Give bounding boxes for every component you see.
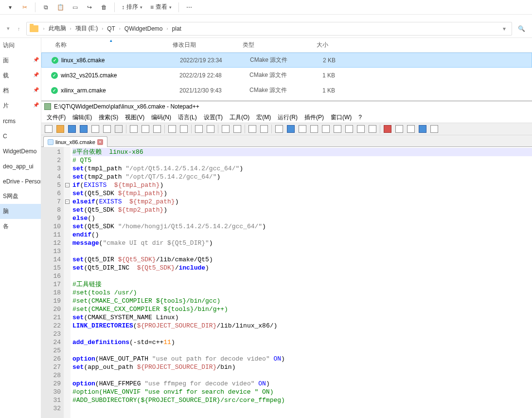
doc-list-icon[interactable] xyxy=(332,124,343,134)
breadcrumb[interactable]: › 此电脑 › 项目 (E:) › QT › QWidgetDemo › pla… xyxy=(26,22,513,36)
zoom-in-icon[interactable] xyxy=(220,124,231,134)
share-icon[interactable]: ↪ xyxy=(83,1,96,14)
delete-icon[interactable]: 🗑 xyxy=(98,1,110,14)
chevron-right-icon[interactable]: › xyxy=(117,26,123,31)
sidebar-item[interactable]: eDrive - Person xyxy=(0,174,41,189)
print-icon[interactable] xyxy=(113,124,124,134)
stop-macro-icon[interactable] xyxy=(394,124,405,134)
file-row[interactable]: ✓linux_x86.cmake2022/2/19 23:34CMake 源文件… xyxy=(41,53,532,68)
sidebar-item[interactable]: 各 xyxy=(0,219,41,234)
sidebar-item[interactable]: S网盘 xyxy=(0,189,41,204)
undo-icon[interactable] xyxy=(167,124,177,134)
copy-icon[interactable] xyxy=(140,124,151,134)
chevron-down-icon[interactable]: ▾ xyxy=(500,25,509,32)
sort-dropdown[interactable]: ↕排序▾ xyxy=(119,1,145,14)
up-arrow-icon[interactable]: ↑ xyxy=(16,26,22,32)
chevron-right-icon[interactable]: › xyxy=(41,26,47,31)
sidebar-item[interactable]: 载📌 xyxy=(0,68,41,83)
sidebar-item[interactable]: rcms xyxy=(0,113,41,128)
sidebar-item[interactable]: deo_app_ui xyxy=(0,159,41,174)
cut-icon[interactable] xyxy=(128,124,139,134)
sidebar-item[interactable]: 访问 xyxy=(0,38,41,53)
col-type[interactable]: 类型 xyxy=(239,41,297,49)
file-row[interactable]: ✓xilinx_arm.cmake2021/12/30 9:43CMake 源文… xyxy=(41,83,532,98)
search-icon[interactable]: 🔍 xyxy=(516,25,527,32)
close-icon[interactable] xyxy=(90,124,101,134)
func-list-icon[interactable] xyxy=(344,124,355,134)
cut-icon[interactable]: ✂ xyxy=(18,1,31,14)
sidebar-item[interactable]: 片📌 xyxy=(0,98,41,113)
menu-item[interactable]: 搜索(S) xyxy=(95,112,122,123)
menu-item[interactable]: 视图(V) xyxy=(122,112,148,123)
menu-item[interactable]: 窗口(W) xyxy=(327,112,355,123)
menu-item[interactable]: 语言(L) xyxy=(175,112,200,123)
close-all-icon[interactable] xyxy=(102,124,112,134)
chevron-right-icon[interactable]: › xyxy=(165,26,170,31)
sidebar-item[interactable]: C xyxy=(0,128,41,144)
sidebar-item[interactable]: 档📌 xyxy=(0,83,41,98)
replace-icon[interactable] xyxy=(205,124,216,134)
menu-item[interactable]: ? xyxy=(355,113,365,122)
play-multi-icon[interactable] xyxy=(417,124,428,134)
more-icon[interactable]: ⋯ xyxy=(183,1,195,14)
col-size[interactable]: 大小 xyxy=(297,41,332,49)
menu-item[interactable]: 宏(M) xyxy=(253,112,274,123)
redo-icon[interactable] xyxy=(178,124,189,134)
editor-tab[interactable]: linux_x86.cmake ✕ xyxy=(43,136,107,147)
new-file-icon[interactable] xyxy=(43,124,54,134)
file-row[interactable]: ✓win32_vs2015.cmake2022/2/19 22:48CMake … xyxy=(41,68,532,83)
paste-icon[interactable] xyxy=(152,124,162,134)
menu-item[interactable]: 编辑(E) xyxy=(69,112,95,123)
fold-toggle-icon[interactable]: − xyxy=(65,183,70,187)
col-name[interactable]: ▴名称 xyxy=(51,41,169,49)
find-icon[interactable] xyxy=(194,124,204,134)
fold-toggle-icon[interactable]: − xyxy=(65,200,70,204)
code-area[interactable]: #平台依赖 linux-x86# QT5set(tmpl_path "/opt/… xyxy=(71,147,532,418)
fold-margin[interactable]: −− xyxy=(64,147,71,418)
save-macro-icon[interactable] xyxy=(429,124,440,134)
menu-item[interactable]: 设置(T) xyxy=(200,112,226,123)
zoom-out-icon[interactable] xyxy=(232,124,243,134)
play-macro-icon[interactable] xyxy=(406,124,416,134)
breadcrumb-seg[interactable]: plat xyxy=(171,25,182,32)
open-file-icon[interactable] xyxy=(55,124,66,134)
breadcrumb-seg[interactable]: QT xyxy=(106,25,116,32)
chevron-right-icon[interactable]: › xyxy=(100,26,105,31)
monitor-icon[interactable] xyxy=(367,124,378,134)
record-macro-icon[interactable] xyxy=(382,124,393,134)
code-editor[interactable]: 1234567891011121314151617181920212223242… xyxy=(41,147,532,418)
doc-map-icon[interactable] xyxy=(320,124,331,134)
menu-item[interactable]: 工具(O) xyxy=(226,112,253,123)
pin-icon: 📌 xyxy=(33,72,39,77)
col-date[interactable]: 修改日期 xyxy=(169,41,239,49)
menu-item[interactable]: 编码(N) xyxy=(148,112,175,123)
breadcrumb-seg[interactable]: 项目 (E:) xyxy=(74,24,99,33)
sync-h-icon[interactable] xyxy=(259,124,269,134)
rename-icon[interactable]: ▭ xyxy=(69,1,81,14)
indent-guide-icon[interactable] xyxy=(297,124,308,134)
sidebar-item[interactable]: 面📌 xyxy=(0,53,41,68)
menu-item[interactable]: 文件(F) xyxy=(43,112,69,123)
paste-icon[interactable]: 📋 xyxy=(54,1,67,14)
save-all-icon[interactable] xyxy=(78,124,89,134)
breadcrumb-seg[interactable]: QWidgetDemo xyxy=(124,25,164,32)
chevron-right-icon[interactable]: › xyxy=(68,26,73,31)
show-all-icon[interactable] xyxy=(285,124,296,134)
sync-v-icon[interactable] xyxy=(247,124,258,134)
back-arrow-icon[interactable]: ▾ xyxy=(5,25,12,32)
sidebar-item[interactable]: WidgetDemo xyxy=(0,144,41,159)
folder-workspace-icon[interactable] xyxy=(355,124,366,134)
view-dropdown[interactable]: ≡查看▾ xyxy=(147,1,175,14)
file-list-header: ▴名称 修改日期 类型 大小 xyxy=(41,38,532,53)
save-icon[interactable] xyxy=(67,124,77,134)
udl-icon[interactable] xyxy=(309,124,319,134)
breadcrumb-seg[interactable]: 此电脑 xyxy=(48,24,67,33)
sidebar-item-active[interactable]: 脑 xyxy=(0,204,41,219)
menu-item[interactable]: 运行(R) xyxy=(274,112,301,123)
copy-icon[interactable]: ⧉ xyxy=(39,1,52,14)
toolbar-dropdown-icon[interactable]: ▾ xyxy=(4,1,17,14)
wrap-icon[interactable] xyxy=(274,124,284,134)
tab-close-icon[interactable]: ✕ xyxy=(97,139,103,145)
menu-item[interactable]: 插件(P) xyxy=(301,112,327,123)
notepadpp-titlebar[interactable]: E:\QT\QWidgetDemo\plat\linux_x86.cmake -… xyxy=(41,101,532,112)
